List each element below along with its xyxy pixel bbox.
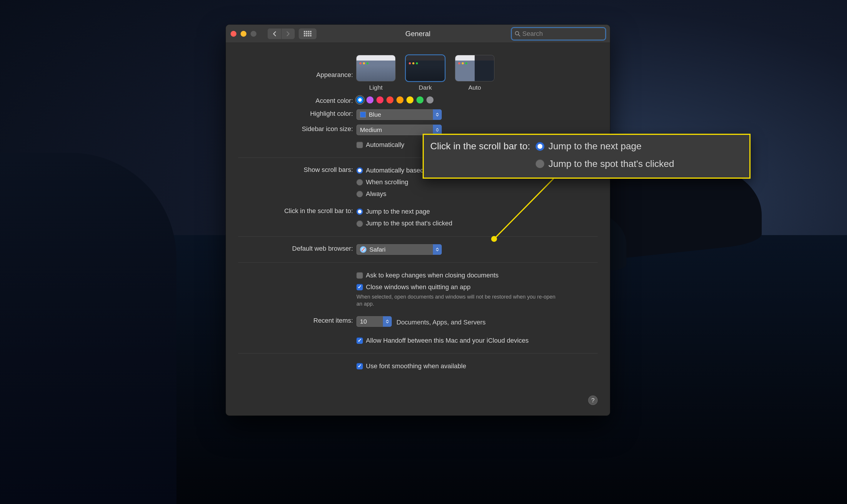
appearance-auto[interactable]: Auto <box>455 55 494 91</box>
sidebar-size-value: Medium <box>360 126 382 133</box>
show-all-button[interactable] <box>299 29 316 39</box>
close-windows-checkbox[interactable] <box>357 284 363 290</box>
clickscroll-spot-radio[interactable] <box>357 220 363 227</box>
ask-changes-checkbox[interactable] <box>357 272 363 278</box>
scrollbars-scrolling-label: When scrolling <box>366 177 408 187</box>
highlight-swatch <box>360 112 366 118</box>
callout-opt1: Jump to the next page <box>549 139 642 154</box>
autohide-menubar-label: Automatically <box>366 140 404 150</box>
separator <box>238 263 598 263</box>
separator <box>238 353 598 354</box>
chevrons-icon <box>433 109 442 120</box>
recent-items-suffix: Documents, Apps, and Servers <box>396 319 486 326</box>
svg-line-1 <box>518 35 520 36</box>
chevrons-icon <box>433 244 442 255</box>
grid-icon <box>304 31 311 36</box>
appearance-auto-label: Auto <box>468 84 481 91</box>
help-button[interactable]: ? <box>588 396 598 405</box>
recent-label: Recent items: <box>238 316 357 324</box>
callout-label: Click in the scroll bar to: <box>430 139 530 151</box>
back-button[interactable] <box>267 29 281 39</box>
zoom-window-button <box>250 31 257 37</box>
callout-radio-next[interactable] <box>536 142 544 151</box>
accent-red[interactable] <box>386 96 394 104</box>
search-field[interactable] <box>512 28 605 40</box>
clickscroll-next-label: Jump to the next page <box>366 206 430 217</box>
accent-color-picker <box>357 96 598 104</box>
callout-panel: Click in the scroll bar to: Jump to the … <box>422 134 750 179</box>
accent-pink[interactable] <box>377 96 383 104</box>
preferences-body: Appearance: Light Dark Auto <box>226 43 610 381</box>
close-window-button[interactable] <box>230 31 237 37</box>
accent-orange[interactable] <box>396 96 403 104</box>
safari-icon <box>360 246 366 253</box>
appearance-dark[interactable]: Dark <box>406 55 445 91</box>
svg-point-0 <box>515 32 519 35</box>
highlight-value: Blue <box>369 111 381 118</box>
nav-segmented <box>267 29 295 39</box>
accent-green[interactable] <box>416 96 424 104</box>
appearance-label: Appearance: <box>238 55 357 79</box>
chevron-right-icon <box>286 31 290 36</box>
recent-items-popup[interactable]: 10 <box>357 316 392 327</box>
handoff-label: Allow Handoff between this Mac and your … <box>366 336 529 346</box>
highlight-label: Highlight color: <box>238 109 357 118</box>
accent-graphite[interactable] <box>427 96 433 104</box>
font-smoothing-label: Use font smoothing when available <box>366 361 466 371</box>
autohide-menubar-checkbox[interactable] <box>357 142 363 148</box>
appearance-dark-label: Dark <box>419 84 432 91</box>
chevron-left-icon <box>272 31 276 36</box>
appearance-light[interactable]: Light <box>357 55 395 91</box>
recent-items-value: 10 <box>360 318 367 325</box>
search-icon <box>515 31 521 37</box>
sidebar-size-label: Sidebar icon size: <box>238 125 357 133</box>
forward-button <box>281 29 295 39</box>
ask-changes-label: Ask to keep changes when closing documen… <box>366 270 499 281</box>
callout-radio-spot[interactable] <box>536 159 544 168</box>
highlight-popup[interactable]: Blue <box>357 109 442 120</box>
accent-purple[interactable] <box>366 96 374 104</box>
scrollbars-auto-radio[interactable] <box>357 167 363 174</box>
browser-label: Default web browser: <box>238 244 357 252</box>
callout-opt2: Jump to the spot that's clicked <box>549 157 674 171</box>
clickscroll-spot-label: Jump to the spot that's clicked <box>366 218 452 228</box>
clickscroll-label: Click in the scroll bar to: <box>238 206 357 215</box>
accent-yellow[interactable] <box>407 96 414 104</box>
appearance-light-label: Light <box>369 84 383 91</box>
clickscroll-next-radio[interactable] <box>357 209 363 215</box>
font-smoothing-checkbox[interactable] <box>357 363 363 370</box>
close-windows-note: When selected, open documents and window… <box>357 293 562 308</box>
scrollbars-always-radio[interactable] <box>357 191 363 197</box>
scrollbars-label: Show scroll bars: <box>238 165 357 174</box>
titlebar: General <box>226 25 610 43</box>
separator <box>238 236 598 237</box>
handoff-checkbox[interactable] <box>357 337 363 344</box>
preferences-window: General Appearance: Light Da <box>226 25 610 416</box>
minimize-window-button[interactable] <box>241 31 246 37</box>
chevrons-icon <box>383 316 392 327</box>
search-input[interactable] <box>522 30 603 38</box>
accent-blue[interactable] <box>357 96 363 104</box>
background-cliff <box>0 153 176 504</box>
browser-popup[interactable]: Safari <box>357 244 442 255</box>
window-controls <box>230 31 257 37</box>
accent-label: Accent color: <box>238 96 357 105</box>
scrollbars-always-label: Always <box>366 189 386 199</box>
close-windows-label: Close windows when quitting an app <box>366 282 470 292</box>
scrollbars-scrolling-radio[interactable] <box>357 179 363 185</box>
appearance-options: Light Dark Auto <box>357 55 598 91</box>
browser-value: Safari <box>369 246 385 253</box>
